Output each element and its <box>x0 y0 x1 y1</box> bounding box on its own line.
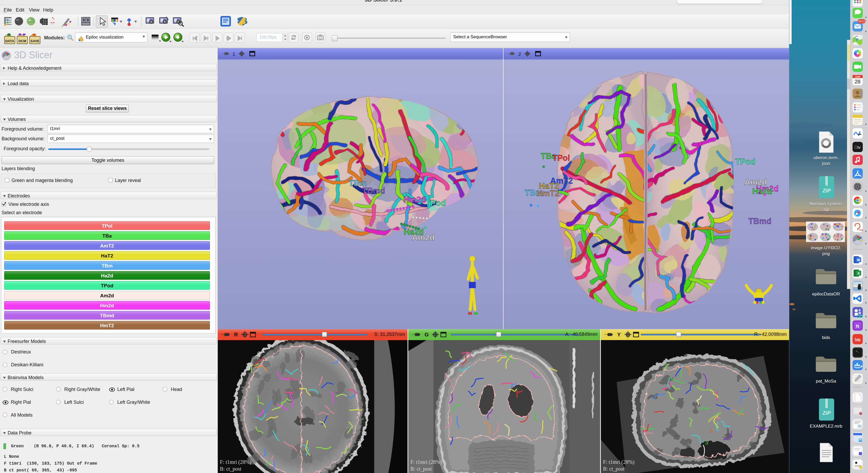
svg-text:F: t1mri (28%): F: t1mri (28%) <box>410 459 442 465</box>
svg-text:NEW: NEW <box>857 315 863 318</box>
svg-text:5: 5 <box>705 439 708 446</box>
svg-text:TPod: TPod <box>425 199 446 208</box>
svg-text:TBmd: TBmd <box>748 216 771 226</box>
svg-text:Ha2d: Ha2d <box>752 187 772 196</box>
svg-text:N: N <box>856 324 859 329</box>
svg-text:Hm2d: Hm2d <box>403 195 426 204</box>
svg-text:TPol: TPol <box>552 154 570 163</box>
svg-text:R: R <box>234 332 238 337</box>
svg-text:*;: *; <box>52 16 54 21</box>
svg-text:B: ct_post: B: ct_post <box>410 466 432 472</box>
svg-text:SAVE: SAVE <box>30 39 40 43</box>
svg-text:!m: !m <box>855 337 860 342</box>
svg-text:5: 5 <box>710 427 713 434</box>
svg-text:JUIN: JUIN <box>855 75 860 78</box>
svg-text:*:*: *:* <box>51 21 55 25</box>
svg-text:F: t1mri (28%): F: t1mri (28%) <box>220 459 251 465</box>
svg-text:1: 1 <box>232 52 236 57</box>
svg-text:X: X <box>858 271 860 275</box>
svg-text:B: ct_post: B: ct_post <box>220 466 241 472</box>
svg-text:TBmd: TBmd <box>362 186 385 195</box>
svg-text:ICM: ICM <box>859 229 863 231</box>
svg-text:Y: Y <box>617 332 621 337</box>
svg-text:28: 28 <box>855 79 860 85</box>
svg-text:ZiP: ZiP <box>822 410 831 416</box>
svg-text:G: G <box>425 332 429 337</box>
svg-text:ZiP: ZiP <box>822 188 831 194</box>
svg-text:6619: 6619 <box>859 20 865 23</box>
svg-text:DCM: DCM <box>19 39 26 43</box>
svg-text:DATA: DATA <box>5 39 14 43</box>
svg-text:TPod: TPod <box>735 157 756 166</box>
svg-text:Am2d: Am2d <box>412 233 435 242</box>
svg-text:>_: >_ <box>856 350 859 353</box>
svg-text:F: t1mri (28%): F: t1mri (28%) <box>603 459 634 465</box>
svg-text:W: W <box>857 258 860 262</box>
svg-text:2: 2 <box>518 52 521 57</box>
svg-text:B: ct_post: B: ct_post <box>603 466 624 472</box>
svg-text:tv: tv <box>855 145 861 149</box>
svg-text:HmT2: HmT2 <box>536 189 559 198</box>
